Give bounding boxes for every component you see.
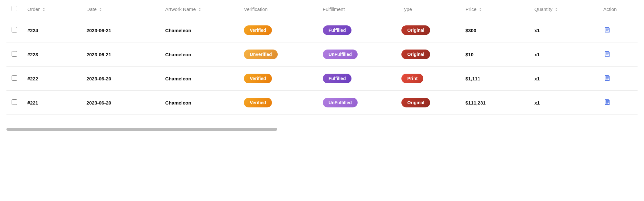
row-checkbox[interactable] <box>12 75 17 81</box>
verification-badge: Unverified <box>244 50 277 59</box>
select-all-checkbox[interactable] <box>12 6 17 11</box>
price-cell: $10 <box>460 42 529 67</box>
date-cell: 2023-06-21 <box>81 42 160 67</box>
artwork-name-column-header[interactable]: Artwork Name <box>160 0 239 18</box>
select-all-header[interactable] <box>6 0 22 18</box>
action-cell: 🖹 <box>598 42 638 67</box>
verification-cell: Verified <box>239 91 317 115</box>
fulfillment-cell: Fulfilled <box>318 67 396 91</box>
table-row: #2222023-06-20ChameleonVerifiedFulfilled… <box>6 67 638 91</box>
type-cell: Original <box>396 91 460 115</box>
fulfillment-badge: Fulfilled <box>323 25 352 35</box>
action-cell: 🖹 <box>598 91 638 115</box>
price-cell: $111,231 <box>460 91 529 115</box>
artwork-name-cell: Chameleon <box>160 42 239 67</box>
date-column-header[interactable]: Date <box>81 0 160 18</box>
fulfillment-cell: UnFulfilled <box>318 91 396 115</box>
quantity-sort-icon[interactable] <box>555 8 558 11</box>
order-cell: #222 <box>22 67 81 91</box>
order-cell: #223 <box>22 42 81 67</box>
verification-badge: Verified <box>244 25 272 35</box>
quantity-column-header[interactable]: Quantity <box>529 0 598 18</box>
fulfillment-badge: UnFulfilled <box>323 50 358 59</box>
price-cell: $300 <box>460 18 529 42</box>
quantity-cell: x1 <box>529 42 598 67</box>
verification-badge: Verified <box>244 98 272 107</box>
fulfillment-cell: Fulfilled <box>318 18 396 42</box>
date-cell: 2023-06-20 <box>81 91 160 115</box>
verification-badge: Verified <box>244 74 272 83</box>
row-checkbox-cell <box>6 42 22 67</box>
horizontal-scrollbar[interactable] <box>6 128 277 131</box>
order-sort-icon[interactable] <box>43 8 45 11</box>
date-cell: 2023-06-21 <box>81 18 160 42</box>
price-sort-icon[interactable] <box>479 8 482 11</box>
fulfillment-column-header: Fulfillment <box>318 0 396 18</box>
fulfillment-cell: UnFulfilled <box>318 42 396 67</box>
row-checkbox-cell <box>6 18 22 42</box>
artwork-name-cell: Chameleon <box>160 18 239 42</box>
table-row: #2242023-06-21ChameleonVerifiedFulfilled… <box>6 18 638 42</box>
price-column-header[interactable]: Price <box>460 0 529 18</box>
order-cell: #221 <box>22 91 81 115</box>
action-document-icon[interactable]: 🖹 <box>603 26 610 34</box>
row-checkbox-cell <box>6 91 22 115</box>
order-cell: #224 <box>22 18 81 42</box>
table-container: Order Date Artwork Name <box>0 0 644 124</box>
verification-cell: Verified <box>239 18 317 42</box>
type-badge: Original <box>401 98 430 107</box>
artwork-sort-icon[interactable] <box>198 8 201 11</box>
type-badge: Original <box>401 50 430 59</box>
verification-cell: Verified <box>239 67 317 91</box>
table-row: #2232023-06-21ChameleonUnverifiedUnFulfi… <box>6 42 638 67</box>
type-badge: Print <box>401 74 423 83</box>
type-badge: Original <box>401 25 430 35</box>
price-cell: $1,111 <box>460 67 529 91</box>
quantity-cell: x1 <box>529 91 598 115</box>
action-cell: 🖹 <box>598 67 638 91</box>
table-row: #2212023-06-20ChameleonVerifiedUnFulfill… <box>6 91 638 115</box>
action-document-icon[interactable]: 🖹 <box>603 50 610 58</box>
row-checkbox-cell <box>6 67 22 91</box>
row-checkbox[interactable] <box>12 27 17 32</box>
verification-column-header: Verification <box>239 0 317 18</box>
verification-cell: Unverified <box>239 42 317 67</box>
orders-table: Order Date Artwork Name <box>6 0 638 115</box>
action-cell: 🖹 <box>598 18 638 42</box>
date-cell: 2023-06-20 <box>81 67 160 91</box>
type-cell: Original <box>396 18 460 42</box>
type-cell: Print <box>396 67 460 91</box>
artwork-name-cell: Chameleon <box>160 91 239 115</box>
order-column-header[interactable]: Order <box>22 0 81 18</box>
date-sort-icon[interactable] <box>99 8 102 11</box>
row-checkbox[interactable] <box>12 51 17 57</box>
action-column-header: Action <box>598 0 638 18</box>
artwork-name-cell: Chameleon <box>160 67 239 91</box>
fulfillment-badge: UnFulfilled <box>323 98 358 107</box>
type-cell: Original <box>396 42 460 67</box>
type-column-header: Type <box>396 0 460 18</box>
fulfillment-badge: Fulfilled <box>323 74 352 83</box>
quantity-cell: x1 <box>529 18 598 42</box>
action-document-icon[interactable]: 🖹 <box>603 98 610 106</box>
action-document-icon[interactable]: 🖹 <box>603 74 610 82</box>
quantity-cell: x1 <box>529 67 598 91</box>
row-checkbox[interactable] <box>12 99 17 105</box>
